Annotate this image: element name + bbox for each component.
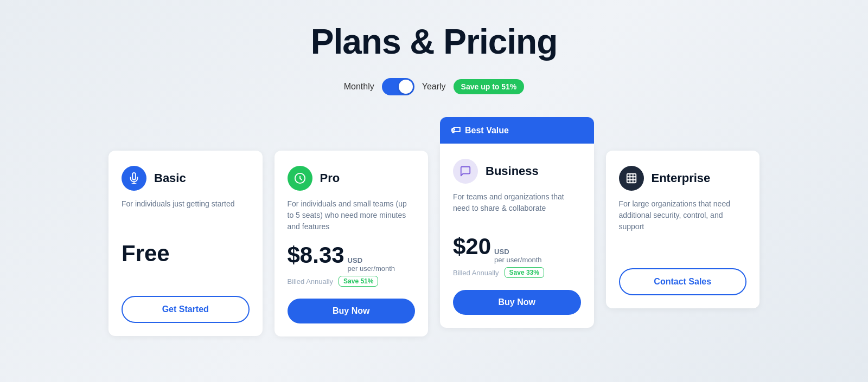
plan-description-pro: For individuals and small teams (up to 5… xyxy=(288,198,416,232)
plan-card-business: Business For teams and organizations tha… xyxy=(440,144,594,328)
plan-price-basic: Free xyxy=(122,241,250,267)
save-tag-pro: Save 51% xyxy=(339,276,378,287)
best-value-banner: 🏷 Best Value xyxy=(440,117,594,144)
plan-header-business: Business xyxy=(453,159,581,184)
contact-sales-button[interactable]: Contact Sales xyxy=(619,268,747,295)
save-badge: Save up to 51% xyxy=(454,79,525,94)
price-period-business: per user/month xyxy=(494,256,541,264)
spacer xyxy=(606,117,760,151)
plan-header-enterprise: Enterprise xyxy=(619,166,747,191)
plan-price-business: $20 USD per user/month xyxy=(453,234,581,264)
spacer xyxy=(275,117,429,151)
plan-name-business: Business xyxy=(486,164,539,178)
billing-info-business: Billed Annually Save 33% xyxy=(453,267,581,278)
tag-icon: 🏷 xyxy=(451,125,461,136)
plan-wrapper-enterprise: Enterprise For large organizations that … xyxy=(606,117,760,308)
yearly-label: Yearly xyxy=(422,82,446,92)
billing-note-business: Billed Annually xyxy=(453,269,499,277)
plan-card-basic: Basic For individuals just getting start… xyxy=(108,151,263,336)
plan-description-enterprise: For large organizations that need additi… xyxy=(619,198,747,232)
price-amount-pro: $8.33 xyxy=(288,242,344,268)
get-started-button[interactable]: Get Started xyxy=(122,296,250,323)
spacer xyxy=(108,117,263,151)
plan-name-pro: Pro xyxy=(320,171,340,185)
plan-wrapper-business: 🏷 Best Value Business For teams and orga… xyxy=(440,117,594,328)
buy-now-button-business[interactable]: Buy Now xyxy=(453,290,581,315)
price-amount-business: $20 xyxy=(453,234,491,260)
svg-rect-3 xyxy=(627,174,636,183)
plan-description-basic: For individuals just getting started xyxy=(122,198,250,231)
buy-now-button-pro[interactable]: Buy Now xyxy=(288,299,416,323)
plan-name-enterprise: Enterprise xyxy=(652,171,711,185)
plan-name-basic: Basic xyxy=(154,171,186,185)
price-currency-business: USD xyxy=(494,248,541,256)
price-period-pro: per user/month xyxy=(348,264,395,273)
plan-card-pro: Pro For individuals and small teams (up … xyxy=(275,151,429,336)
billing-toggle: Monthly Yearly Save up to 51% xyxy=(344,78,525,95)
plan-wrapper-basic: Basic For individuals just getting start… xyxy=(108,117,263,336)
page-title: Plans & Pricing xyxy=(311,22,557,62)
plan-price-pro: $8.33 USD per user/month xyxy=(288,242,416,273)
billing-note-pro: Billed Annually xyxy=(288,277,334,286)
best-value-label: Best Value xyxy=(465,126,509,135)
plan-icon-enterprise xyxy=(619,166,644,191)
plan-wrapper-pro: Pro For individuals and small teams (up … xyxy=(275,117,429,336)
monthly-label: Monthly xyxy=(344,82,374,92)
plan-header-basic: Basic xyxy=(122,166,250,191)
billing-info-pro: Billed Annually Save 51% xyxy=(288,276,416,287)
plan-icon-business xyxy=(453,159,478,184)
price-meta-business: USD per user/month xyxy=(494,248,541,264)
plan-card-enterprise: Enterprise For large organizations that … xyxy=(606,151,760,308)
save-tag-business: Save 33% xyxy=(505,267,544,278)
plan-header-pro: Pro xyxy=(288,166,416,191)
plan-icon-pro xyxy=(288,166,312,191)
price-currency-pro: USD xyxy=(348,256,395,264)
price-meta-pro: USD per user/month xyxy=(348,256,395,273)
plans-container: Basic For individuals just getting start… xyxy=(108,117,760,336)
billing-toggle-switch[interactable] xyxy=(382,78,414,95)
toggle-knob xyxy=(399,80,413,94)
plan-description-business: For teams and organizations that need to… xyxy=(453,191,581,224)
plan-icon-basic xyxy=(122,166,146,191)
